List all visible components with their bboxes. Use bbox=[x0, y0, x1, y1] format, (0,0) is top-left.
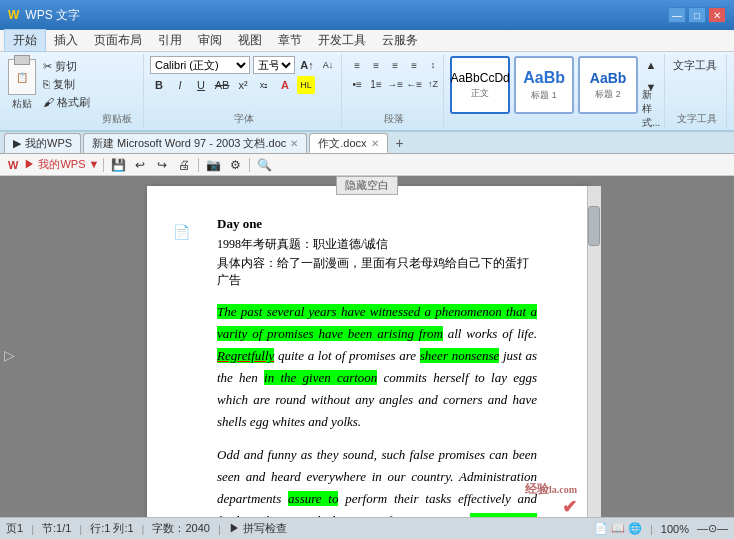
maximize-button[interactable]: □ bbox=[688, 7, 706, 23]
line-spacing-button[interactable]: ↕ bbox=[424, 56, 442, 74]
copy-button[interactable]: ⎘ 复制 bbox=[40, 76, 93, 93]
wps-icon: W bbox=[8, 8, 19, 22]
superscript-button[interactable]: x² bbox=[234, 76, 252, 94]
bold-button[interactable]: B bbox=[150, 76, 168, 94]
clipboard-small-buttons: ✂ 剪切 ⎘ 复制 🖌 格式刷 bbox=[40, 56, 93, 111]
status-spell-check[interactable]: ▶ 拼写检查 bbox=[229, 521, 287, 536]
menu-item-references[interactable]: 引用 bbox=[150, 30, 190, 51]
vertical-scrollbar[interactable] bbox=[587, 186, 601, 517]
paste-button[interactable]: 📋 粘贴 bbox=[8, 56, 36, 114]
search-button[interactable]: 🔍 bbox=[254, 156, 274, 174]
paragraph-group: ≡ ≡ ≡ ≡ ↕ •≡ 1≡ →≡ ←≡ ↑Z 段落 bbox=[344, 54, 444, 128]
paragraph-group-label: 段落 bbox=[348, 110, 439, 126]
indent-more-button[interactable]: →≡ bbox=[386, 75, 404, 93]
menu-item-insert[interactable]: 插入 bbox=[46, 30, 86, 51]
numbered-list-button[interactable]: 1≡ bbox=[367, 75, 385, 93]
style-h2-label: 标题 2 bbox=[595, 88, 621, 101]
highlight-p2-assure: assure to bbox=[288, 491, 338, 506]
detail-text: 具体内容：给了一副漫画，里面有只老母鸡给自己下的蛋打广告 bbox=[217, 255, 537, 289]
style-scroll-up[interactable]: ▲ bbox=[642, 56, 660, 74]
align-center-button[interactable]: ≡ bbox=[367, 56, 385, 74]
menu-item-view[interactable]: 视图 bbox=[230, 30, 270, 51]
toolbar-sep-1 bbox=[103, 158, 104, 172]
underline-button[interactable]: U bbox=[192, 76, 210, 94]
new-style-button[interactable]: 新样式... bbox=[642, 100, 660, 118]
text-tools-label[interactable]: 文字工具 bbox=[671, 56, 719, 75]
menu-bar: 开始 插入 页面布局 引用 审阅 视图 章节 开发工具 云服务 bbox=[0, 30, 734, 52]
format-painter-button[interactable]: 🖌 格式刷 bbox=[40, 94, 93, 111]
tab-wps-home-label: 我的WPS bbox=[25, 136, 72, 151]
scrollbar-thumb[interactable] bbox=[588, 206, 600, 246]
menu-item-cloud[interactable]: 云服务 bbox=[374, 30, 426, 51]
status-bar: 页1 | 节:1/1 | 行:1 列:1 | 字数：2040 | ▶ 拼写检查 … bbox=[0, 517, 734, 539]
text-color-button[interactable]: A bbox=[276, 76, 294, 94]
bullet-list-button[interactable]: •≡ bbox=[348, 75, 366, 93]
increase-font-size-button[interactable]: A↑ bbox=[298, 56, 316, 74]
sort-button[interactable]: ↑Z bbox=[424, 75, 442, 93]
paste-label: 粘贴 bbox=[12, 97, 32, 111]
view-print-button[interactable]: 📄 bbox=[594, 522, 608, 534]
style-h2-preview: AaBb bbox=[590, 70, 627, 86]
tabs-row: ▶ 我的WPS 新建 Microsoft Word 97 - 2003 文档.d… bbox=[0, 132, 734, 154]
highlight-button[interactable]: HL bbox=[297, 76, 315, 94]
font-size-select[interactable]: 五号 bbox=[253, 56, 295, 74]
tab-word97[interactable]: 新建 Microsoft Word 97 - 2003 文档.doc ✕ bbox=[83, 133, 307, 153]
style-h1-box[interactable]: AaBb 标题 1 bbox=[514, 56, 574, 114]
view-read-button[interactable]: 📖 bbox=[611, 522, 625, 534]
align-left-button[interactable]: ≡ bbox=[348, 56, 366, 74]
toolbar-sep-3 bbox=[249, 158, 250, 172]
document-page: 隐藏空白 📄 Day one 1998年考研真题：职业道德/诚信 具体内容：给了… bbox=[147, 186, 587, 517]
tab-zuowen[interactable]: 作文.docx ✕ bbox=[309, 133, 387, 153]
hidden-space-button[interactable]: 隐藏空白 bbox=[336, 176, 398, 195]
menu-item-review[interactable]: 审阅 bbox=[190, 30, 230, 51]
title-bar-text: WPS 文字 bbox=[25, 7, 80, 24]
style-normal-box[interactable]: AaBbCcDd 正文 bbox=[450, 56, 510, 114]
tab-zuowen-close[interactable]: ✕ bbox=[371, 138, 379, 149]
view-web-button[interactable]: 🌐 bbox=[628, 522, 642, 534]
tab-wps-home[interactable]: ▶ 我的WPS bbox=[4, 133, 81, 153]
style-normal-label: 正文 bbox=[471, 87, 489, 100]
status-sep-3: | bbox=[142, 523, 145, 535]
print-button[interactable]: 🖨 bbox=[174, 156, 194, 174]
watermark: 经验la.com ✔ bbox=[525, 481, 577, 516]
watermark-text: 经验la.com bbox=[525, 481, 577, 498]
subscript-button[interactable]: x₂ bbox=[255, 76, 273, 94]
redo-button[interactable]: ↪ bbox=[152, 156, 172, 174]
justify-button[interactable]: ≡ bbox=[405, 56, 423, 74]
indent-less-button[interactable]: ←≡ bbox=[405, 75, 423, 93]
status-zoom-slider[interactable]: —⊙— bbox=[697, 522, 728, 535]
paste-icon: 📋 bbox=[8, 59, 36, 95]
italic-button[interactable]: I bbox=[171, 76, 189, 94]
option-button[interactable]: ⚙ bbox=[225, 156, 245, 174]
tab-word97-close[interactable]: ✕ bbox=[290, 138, 298, 149]
ribbon: 📋 粘贴 ✂ 剪切 ⎘ 复制 🖌 格式刷 剪贴板 Calibri (正文) 五号… bbox=[0, 52, 734, 132]
screenshot-button[interactable]: 📷 bbox=[203, 156, 223, 174]
status-page: 页1 bbox=[6, 521, 23, 536]
menu-item-start[interactable]: 开始 bbox=[4, 29, 46, 52]
tab-zuowen-label: 作文.docx bbox=[318, 136, 366, 151]
menu-item-layout[interactable]: 页面布局 bbox=[86, 30, 150, 51]
clipboard-group: 📋 粘贴 ✂ 剪切 ⎘ 复制 🖌 格式刷 剪贴板 bbox=[4, 54, 144, 128]
text-tools-group-label: 文字工具 bbox=[671, 110, 722, 126]
decrease-font-size-button[interactable]: A↓ bbox=[319, 56, 337, 74]
minimize-button[interactable]: — bbox=[668, 7, 686, 23]
style-group: AaBbCcDd 正文 AaBb 标题 1 AaBb 标题 2 ▲ ▼ 新样式.… bbox=[446, 54, 665, 128]
new-tab-button[interactable]: + bbox=[390, 133, 410, 153]
align-right-button[interactable]: ≡ bbox=[386, 56, 404, 74]
save-button[interactable]: 💾 bbox=[108, 156, 128, 174]
cut-button[interactable]: ✂ 剪切 bbox=[40, 58, 93, 75]
style-h2-box[interactable]: AaBb 标题 2 bbox=[578, 56, 638, 114]
undo-button[interactable]: ↩ bbox=[130, 156, 150, 174]
style-h1-label: 标题 1 bbox=[531, 89, 557, 102]
style-normal-preview: AaBbCcDd bbox=[450, 71, 509, 85]
menu-item-dev[interactable]: 开发工具 bbox=[310, 30, 374, 51]
strikethrough-button[interactable]: AB bbox=[213, 76, 231, 94]
font-name-select[interactable]: Calibri (正文) bbox=[150, 56, 250, 74]
wps-home-link[interactable]: ▶ 我的WPS ▼ bbox=[24, 157, 99, 172]
clipboard-label: 剪贴板 bbox=[97, 84, 137, 126]
status-sep-2: | bbox=[79, 523, 82, 535]
menu-item-chapter[interactable]: 章节 bbox=[270, 30, 310, 51]
highlight-p1-cartoon: in the given cartoon bbox=[264, 370, 377, 385]
close-button[interactable]: ✕ bbox=[708, 7, 726, 23]
watermark-check: ✔ bbox=[525, 498, 577, 516]
